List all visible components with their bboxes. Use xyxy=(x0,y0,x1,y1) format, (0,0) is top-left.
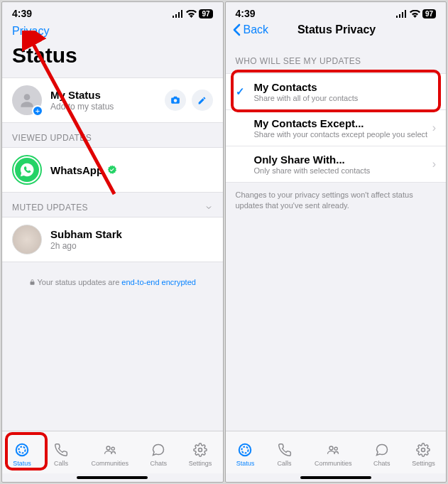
my-status-row[interactable]: + My Status Add to my status xyxy=(2,77,223,123)
viewed-status-row[interactable]: WhatsApp xyxy=(2,147,223,193)
muted-section-head[interactable]: MUTED UPDATES xyxy=(2,193,223,217)
signal-icon xyxy=(396,10,408,18)
encrypt-link[interactable]: end-to-end encrypted xyxy=(121,278,196,286)
battery-icon: 97 xyxy=(199,9,212,18)
svg-point-0 xyxy=(24,94,31,100)
wifi-icon xyxy=(186,10,197,18)
my-status-title: My Status xyxy=(50,89,165,101)
tab-status[interactable]: Status xyxy=(13,441,31,467)
tab-calls[interactable]: Calls xyxy=(53,441,70,467)
status-ring xyxy=(12,155,42,185)
status-time: 4:39 xyxy=(12,8,32,19)
svg-point-1 xyxy=(16,443,28,456)
privacy-option-except[interactable]: My Contacts Except... Share with your co… xyxy=(226,110,447,146)
home-indicator xyxy=(300,476,371,479)
tab-chats[interactable]: Chats xyxy=(150,441,167,467)
privacy-link[interactable]: Privacy xyxy=(2,19,223,38)
chevron-down-icon xyxy=(204,203,213,212)
tab-status[interactable]: Status xyxy=(236,441,255,467)
phone-left: 4:39 97 Privacy Status + My Status Add t… xyxy=(1,1,224,483)
status-bar: 4:39 97 xyxy=(226,2,447,19)
status-time: 4:39 xyxy=(236,8,256,19)
svg-point-11 xyxy=(422,448,425,451)
tab-bar: Status Calls Communities Chats Settings xyxy=(2,431,223,473)
svg-point-2 xyxy=(18,446,25,453)
nav-title: Status Privacy xyxy=(234,23,439,36)
plus-badge-icon: + xyxy=(32,105,43,117)
pencil-button[interactable] xyxy=(192,90,213,111)
muted-status-row[interactable]: Subham Stark 2h ago xyxy=(2,217,223,262)
lock-icon xyxy=(29,279,35,286)
tab-settings[interactable]: Settings xyxy=(412,441,435,467)
tab-communities[interactable]: Communities xyxy=(91,441,129,467)
svg-point-5 xyxy=(198,448,202,451)
check-icon: ✓ xyxy=(236,85,245,98)
privacy-option-my-contacts[interactable]: ✓ My Contacts Share with all of your con… xyxy=(226,73,447,110)
svg-point-3 xyxy=(106,446,110,450)
verified-icon xyxy=(107,165,117,175)
battery-icon: 97 xyxy=(422,9,436,18)
svg-point-9 xyxy=(329,446,333,450)
tab-chats[interactable]: Chats xyxy=(373,441,390,467)
svg-point-8 xyxy=(242,446,248,453)
my-status-sub: Add to my status xyxy=(50,102,165,112)
encryption-note: Your status updates are end-to-end encry… xyxy=(2,262,223,302)
signal-icon xyxy=(173,10,184,18)
whatsapp-icon xyxy=(15,158,39,182)
chevron-right-icon: › xyxy=(432,122,436,134)
muted-name: Subham Stark xyxy=(50,228,213,240)
svg-point-4 xyxy=(111,447,114,450)
tab-communities[interactable]: Communities xyxy=(315,441,352,467)
phone-right: 4:39 97 Back Status Privacy WHO WILL SEE… xyxy=(225,1,447,483)
status-bar: 4:39 97 xyxy=(2,2,223,19)
viewed-name: WhatsApp xyxy=(50,164,103,176)
muted-avatar xyxy=(12,225,42,254)
privacy-option-only[interactable]: Only Share With... Only share with selec… xyxy=(226,146,447,183)
tab-calls[interactable]: Calls xyxy=(276,441,293,467)
camera-button[interactable] xyxy=(165,90,186,111)
tab-settings[interactable]: Settings xyxy=(189,441,212,467)
privacy-note: Changes to your privacy settings won't a… xyxy=(226,183,447,219)
svg-point-10 xyxy=(334,447,337,450)
muted-time: 2h ago xyxy=(50,241,213,251)
tab-bar: Status Calls Communities Chats Settings xyxy=(226,431,447,473)
wifi-icon xyxy=(410,10,420,18)
page-title: Status xyxy=(2,38,223,77)
svg-point-7 xyxy=(239,443,251,456)
chevron-right-icon: › xyxy=(432,158,436,171)
home-indicator xyxy=(77,476,148,479)
privacy-section-head: WHO WILL SEE MY UPDATES xyxy=(226,36,447,70)
viewed-section-head: VIEWED UPDATES xyxy=(2,123,223,147)
